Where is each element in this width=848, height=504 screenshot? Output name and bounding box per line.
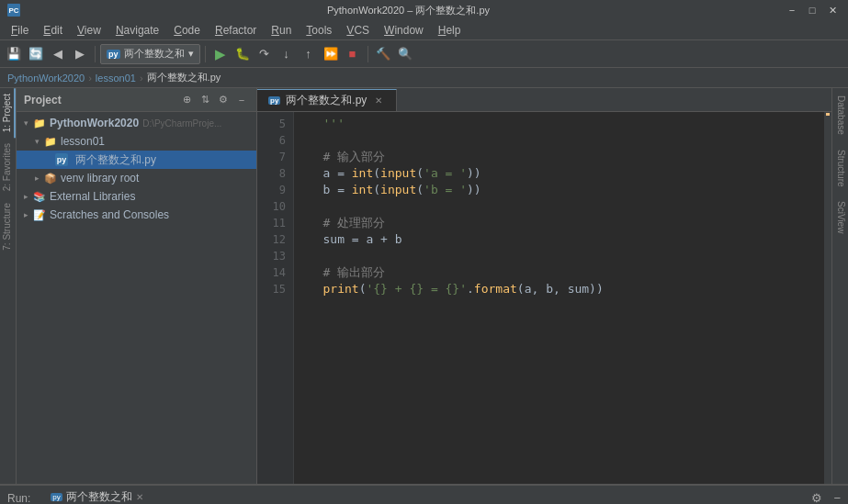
sidebar-item-favorites[interactable]: 2: Favorites [0,138,16,196]
title-bar-title: PythonWork2020 – 两个整数之和.py [33,4,784,17]
run-tab-icon: py [51,493,62,501]
right-tab-structure[interactable]: Structure [832,142,848,195]
dropdown-arrow-icon: ▾ [188,48,194,60]
right-tab-database[interactable]: Database [832,88,848,142]
run-label: Run: [7,492,30,505]
code-content[interactable]: ''' # 输入部分 a = int(input('a = ')) b = in… [294,112,824,484]
tree-scratches-arrow: ▸ [20,209,31,220]
tree-lesson01[interactable]: ▾ 📁 lesson01 [17,132,256,151]
debug-button[interactable]: 🐛 [232,44,253,64]
toolbar-sep2 [205,46,206,62]
menu-help[interactable]: Help [431,22,469,39]
tree-root-icon: 📁 [33,117,46,129]
tree-lesson01-icon: 📁 [44,135,57,148]
breadcrumb-sep1: › [88,73,92,84]
run-button[interactable]: ▶ [210,44,231,64]
menu-tools[interactable]: Tools [299,22,339,39]
code-line-11: # 处理部分 [301,215,817,231]
tree-lesson01-label: lesson01 [61,135,105,148]
line-numbers: 5 6 7 8 9 10 11 12 13 14 15 [257,112,294,484]
code-line-13 [301,248,817,264]
tree-ext-libs-label: External Libraries [50,190,135,203]
build-button[interactable]: 🔨 [373,44,393,64]
breadcrumb-sep2: › [140,73,143,84]
line-num-8: 8 [257,165,293,182]
step-out-button[interactable]: ↑ [299,44,319,64]
code-line-14: # 输出部分 [301,264,817,281]
tab-close-button[interactable]: ✕ [372,95,385,107]
code-line-6 [301,132,817,149]
scroll-mark [826,113,830,116]
close-button[interactable]: ✕ [824,2,841,18]
tree-scratches[interactable]: ▸ 📝 Scratches and Consoles [17,206,256,224]
maximize-button[interactable]: □ [804,2,820,18]
title-bar: PC PythonWork2020 – 两个整数之和.py − □ ✕ [0,0,848,20]
line-num-15: 15 [257,281,293,297]
tab-py-icon: py [268,96,280,105]
menu-refactor[interactable]: Refactor [208,22,264,39]
project-add-icon[interactable]: ⊕ [179,93,194,107]
tree-lesson01-arrow: ▾ [31,136,42,147]
sync-button[interactable]: 🔄 [26,44,46,64]
code-line-12: sum = a + b [301,231,817,248]
right-tab-sciview[interactable]: SciView [832,194,848,241]
save-all-button[interactable]: 💾 [4,44,24,64]
tree-file-label: 两个整数之和.py [75,152,156,168]
tree-root[interactable]: ▾ 📁 PythonWork2020 D:\PyCharmProje... [17,114,256,132]
menu-vcs[interactable]: VCS [339,22,377,39]
forward-button[interactable]: ▶ [70,44,90,64]
run-tab-close-button[interactable]: ✕ [136,492,143,502]
project-scroll-icon[interactable]: ⇅ [198,93,212,107]
breadcrumb-root[interactable]: PythonWork2020 [7,73,85,84]
run-tab-label: 两个整数之和 [66,489,132,504]
main-area: 1: Project 2: Favorites 7: Structure Pro… [0,88,848,484]
code-line-15: print('{} + {} = {}'.format(a, b, sum)) [301,281,817,297]
menu-code[interactable]: Code [166,22,208,39]
tree-venv[interactable]: ▸ 📦 venv library root [17,169,256,187]
back-button[interactable]: ◀ [48,44,68,64]
minimize-button[interactable]: − [784,2,800,18]
menu-navigate[interactable]: Navigate [108,22,166,39]
menu-view[interactable]: View [70,22,108,39]
stop-button[interactable]: ■ [343,44,363,64]
tree-ext-libs[interactable]: ▸ 📚 External Libraries [17,187,256,206]
line-num-5: 5 [257,116,293,132]
menu-bar: File Edit View Navigate Code Refactor Ru… [0,20,848,40]
resume-button[interactable]: ⏩ [321,44,341,64]
run-tab-main[interactable]: py 两个整数之和 ✕ [41,487,152,505]
breadcrumb-file[interactable]: 两个整数之和.py [147,71,221,84]
tree-file-main[interactable]: ▸ py 两个整数之和.py [17,151,256,169]
menu-edit[interactable]: Edit [36,22,70,39]
toolbar-sep1 [95,46,96,62]
breadcrumb-lesson[interactable]: lesson01 [96,73,136,84]
tree-root-arrow: ▾ [20,118,31,129]
editor-tabs: py 两个整数之和.py ✕ [257,88,831,112]
title-bar-left: PC [7,4,33,17]
project-collapse-icon[interactable]: − [234,93,249,107]
step-into-button[interactable]: ↓ [277,44,297,64]
run-settings-button[interactable]: ⚙ [811,491,822,504]
file-select-label: 两个整数之和 [124,47,185,61]
toolbar-sep3 [367,46,368,62]
sidebar-item-project[interactable]: 1: Project [0,88,16,138]
run-tabs-bar: Run: py 两个整数之和 ✕ ⚙ − [0,486,848,504]
step-over-button[interactable]: ↷ [254,44,275,64]
toolbar: 💾 🔄 ◀ ▶ py 两个整数之和 ▾ ▶ 🐛 ↷ ↓ ↑ ⏩ ■ 🔨 🔍 [0,40,848,68]
run-minimize-button[interactable]: − [833,491,841,504]
line-num-11: 11 [257,215,293,231]
search-button[interactable]: 🔍 [395,44,415,64]
menu-window[interactable]: Window [377,22,431,39]
menu-file[interactable]: File [4,22,36,39]
project-settings-icon[interactable]: ⚙ [216,93,231,107]
editor-tab-main[interactable]: py 两个整数之和.py ✕ [257,89,397,111]
tab-label: 两个整数之和.py [286,93,367,108]
file-select-icon: py [107,50,120,59]
menu-run[interactable]: Run [264,22,299,39]
code-line-7: # 输入部分 [301,149,817,165]
code-editor: 5 6 7 8 9 10 11 12 13 14 15 ''' # 输入部分 a… [257,112,831,484]
sidebar-item-structure[interactable]: 7: Structure [0,197,16,256]
code-line-5: ''' [301,116,817,132]
code-line-10 [301,198,817,215]
file-select-dropdown[interactable]: py 两个整数之和 ▾ [100,44,200,64]
code-line-8: a = int(input('a = ')) [301,165,817,182]
